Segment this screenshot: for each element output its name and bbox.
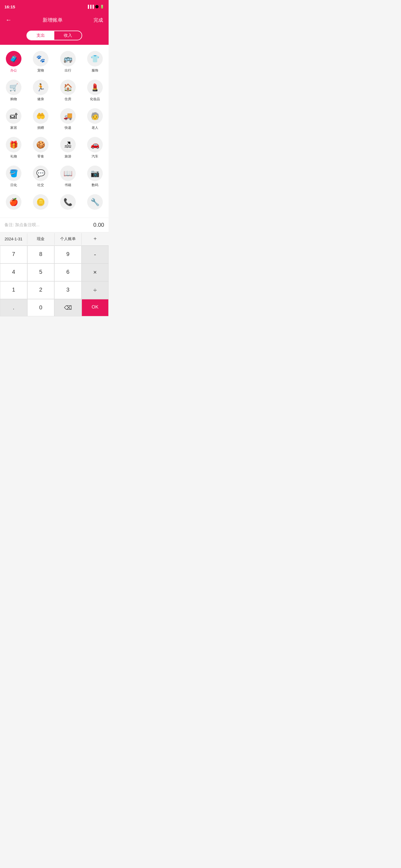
back-button[interactable]: ← bbox=[6, 17, 12, 24]
key-3[interactable]: 3 bbox=[54, 281, 82, 299]
elderly-icon: 🧓 bbox=[87, 108, 103, 124]
key-5[interactable]: 5 bbox=[27, 264, 55, 281]
category-label-gift: 礼物 bbox=[10, 154, 17, 159]
decimal-key[interactable]: . bbox=[0, 299, 27, 316]
status-bar: 16:15 ▐▐▐ 🔋 bbox=[0, 0, 109, 12]
category-item-donation[interactable]: 🤲捐赠 bbox=[27, 105, 55, 133]
express-icon: 🚚 bbox=[60, 108, 76, 124]
gift-icon: 🎁 bbox=[6, 137, 22, 152]
phone-icon: 📞 bbox=[60, 194, 76, 210]
category-label-digital: 数码 bbox=[92, 183, 98, 187]
travel-icon: 🚌 bbox=[60, 51, 76, 66]
category-label-car: 汽车 bbox=[92, 154, 98, 159]
category-item-car[interactable]: 🚗汽车 bbox=[82, 133, 109, 162]
signal-icon: ▐▐▐ bbox=[87, 5, 94, 9]
digital-icon: 📷 bbox=[87, 165, 103, 181]
category-item-social[interactable]: 💬社交 bbox=[27, 162, 55, 191]
key-operator-2-3[interactable]: ÷ bbox=[82, 281, 109, 299]
key-1[interactable]: 1 bbox=[0, 281, 27, 299]
key-6[interactable]: 6 bbox=[54, 264, 82, 281]
category-grid: 🧳办公🐾宠物🚌出行👕服饰🛒购物🏃健身🏠住房💄化妆品🛋家居🤲捐赠🚚快递🧓老人🎁礼物… bbox=[0, 45, 109, 218]
snack-icon: 🍪 bbox=[33, 137, 49, 152]
category-label-shopping: 购物 bbox=[10, 97, 17, 101]
social-icon: 💬 bbox=[33, 165, 49, 181]
amount-display: 0.00 bbox=[93, 222, 104, 228]
tourism-icon: 🏖 bbox=[60, 137, 76, 152]
key-0[interactable]: 0 bbox=[27, 299, 55, 316]
category-item-digital[interactable]: 📷数码 bbox=[82, 162, 109, 191]
tab-switcher: 支出 收入 bbox=[0, 28, 109, 45]
books-icon: 📖 bbox=[60, 165, 76, 181]
plus-icon: + bbox=[93, 236, 97, 242]
category-label-pet: 宠物 bbox=[37, 68, 44, 73]
clothing-icon: 👕 bbox=[87, 51, 103, 66]
done-button[interactable]: 完成 bbox=[93, 17, 103, 23]
category-item-shopping[interactable]: 🛒购物 bbox=[0, 76, 27, 105]
key-2[interactable]: 2 bbox=[27, 281, 55, 299]
ok-button[interactable]: OK bbox=[82, 299, 109, 316]
category-item-pet[interactable]: 🐾宠物 bbox=[27, 48, 55, 76]
category-item-snack[interactable]: 🍪零食 bbox=[27, 133, 55, 162]
category-item-housing[interactable]: 🏠住房 bbox=[54, 76, 82, 105]
category-label-office: 办公 bbox=[10, 68, 17, 73]
key-operator-1-3[interactable]: × bbox=[82, 264, 109, 281]
tab-container: 支出 收入 bbox=[26, 31, 82, 40]
office-icon: 🧳 bbox=[6, 51, 22, 66]
numpad-info-row: 2024-1-31 现金 个人账单 + bbox=[0, 232, 109, 246]
status-icons: ▐▐▐ 🔋 bbox=[87, 5, 104, 9]
payment-selector[interactable]: 现金 bbox=[27, 233, 55, 245]
category-label-elderly: 老人 bbox=[92, 125, 98, 130]
pet-icon: 🐾 bbox=[33, 51, 49, 66]
category-item-clothing[interactable]: 👕服饰 bbox=[82, 48, 109, 76]
car-icon: 🚗 bbox=[87, 137, 103, 152]
header: ← 新增账单 完成 bbox=[0, 12, 109, 28]
category-item-elderly[interactable]: 🧓老人 bbox=[82, 105, 109, 133]
key-7[interactable]: 7 bbox=[0, 246, 27, 264]
donation-icon: 🤲 bbox=[33, 108, 49, 124]
category-item-office[interactable]: 🧳办公 bbox=[0, 48, 27, 76]
furniture-icon: 🛋 bbox=[6, 108, 22, 124]
tab-expense[interactable]: 支出 bbox=[27, 31, 54, 40]
tools-icon: 🔧 bbox=[87, 194, 103, 210]
category-item-books[interactable]: 📖书籍 bbox=[54, 162, 82, 191]
tab-income[interactable]: 收入 bbox=[54, 31, 82, 40]
category-item-express[interactable]: 🚚快递 bbox=[54, 105, 82, 133]
category-label-clothing: 服饰 bbox=[92, 68, 98, 73]
note-row: 备注: 加点备注呗... 0.00 bbox=[0, 218, 109, 232]
category-item-gift[interactable]: 🎁礼物 bbox=[0, 133, 27, 162]
key-9[interactable]: 9 bbox=[54, 246, 82, 264]
camera-notch bbox=[95, 5, 98, 8]
category-label-furniture: 家居 bbox=[10, 125, 17, 130]
category-label-express: 快递 bbox=[65, 125, 71, 130]
category-label-snack: 零食 bbox=[37, 154, 44, 159]
category-item-coupon[interactable]: 🪙 bbox=[27, 191, 55, 215]
page-title: 新增账单 bbox=[42, 17, 63, 23]
date-selector[interactable]: 2024-1-31 bbox=[0, 234, 27, 245]
key-operator-0-3[interactable]: - bbox=[82, 246, 109, 264]
category-item-phone[interactable]: 📞 bbox=[54, 191, 82, 215]
key-4[interactable]: 4 bbox=[0, 264, 27, 281]
category-item-cosmetics[interactable]: 💄化妆品 bbox=[82, 76, 109, 105]
backspace-key[interactable]: ⌫ bbox=[54, 299, 82, 316]
status-time: 16:15 bbox=[4, 4, 15, 9]
coupon-icon: 🪙 bbox=[33, 194, 49, 210]
category-item-tools[interactable]: 🔧 bbox=[82, 191, 109, 215]
category-item-tourism[interactable]: 🏖旅游 bbox=[54, 133, 82, 162]
category-item-daily[interactable]: 🪣日化 bbox=[0, 162, 27, 191]
add-button[interactable]: + bbox=[82, 232, 109, 245]
health-icon: 🍎 bbox=[6, 194, 22, 210]
battery-icon: 🔋 bbox=[100, 5, 104, 9]
category-item-fitness[interactable]: 🏃健身 bbox=[27, 76, 55, 105]
note-placeholder[interactable]: 备注: 加点备注呗... bbox=[4, 222, 39, 227]
key-8[interactable]: 8 bbox=[27, 246, 55, 264]
category-item-furniture[interactable]: 🛋家居 bbox=[0, 105, 27, 133]
shopping-icon: 🛒 bbox=[6, 80, 22, 95]
numpad: 789-456×123÷.0⌫OK bbox=[0, 246, 109, 316]
category-label-fitness: 健身 bbox=[37, 97, 44, 101]
category-label-cosmetics: 化妆品 bbox=[90, 97, 100, 101]
category-label-daily: 日化 bbox=[10, 183, 17, 187]
category-item-health[interactable]: 🍎 bbox=[0, 191, 27, 215]
account-selector[interactable]: 个人账单 bbox=[55, 233, 82, 245]
category-label-donation: 捐赠 bbox=[37, 125, 44, 130]
category-item-travel[interactable]: 🚌出行 bbox=[54, 48, 82, 76]
